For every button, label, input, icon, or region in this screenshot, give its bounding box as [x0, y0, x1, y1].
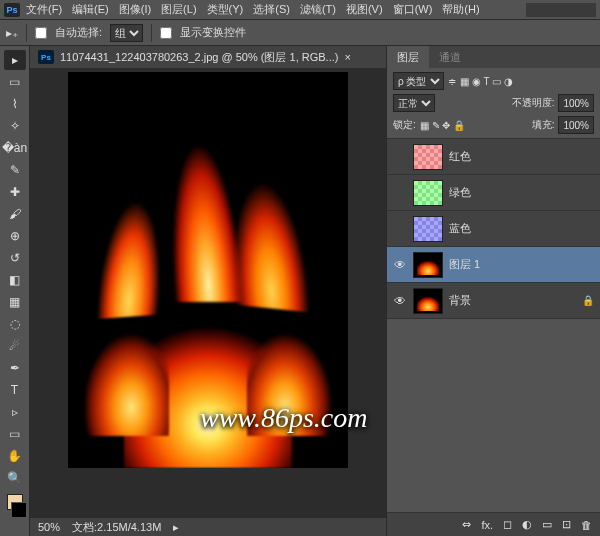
menu-edit[interactable]: 编辑(E): [68, 0, 113, 19]
crop-tool[interactable]: �àn: [4, 138, 26, 158]
layer-thumbnail[interactable]: [413, 144, 443, 170]
auto-select-dropdown[interactable]: 组: [110, 24, 143, 42]
menu-help[interactable]: 帮助(H): [438, 0, 483, 19]
layers-panel-footer: ⇔ fx. ◻ ◐ ▭ ⊡ 🗑: [387, 512, 600, 536]
move-tool[interactable]: ▸: [4, 50, 26, 70]
history-brush-tool[interactable]: ↺: [4, 248, 26, 268]
link-layers-icon[interactable]: ⇔: [462, 518, 471, 531]
layer-name: 背景: [449, 293, 471, 308]
document-area: Ps 11074431_122403780263_2.jpg @ 50% (图层…: [30, 46, 386, 536]
menu-select[interactable]: 选择(S): [249, 0, 294, 19]
magic-wand-tool[interactable]: ✧: [4, 116, 26, 136]
layer-thumbnail[interactable]: [413, 180, 443, 206]
clone-stamp-tool[interactable]: ⊕: [4, 226, 26, 246]
layer-row[interactable]: 👁图层 1: [387, 247, 600, 283]
eraser-tool[interactable]: ◧: [4, 270, 26, 290]
show-transform-checkbox[interactable]: [160, 27, 172, 39]
show-transform-label: 显示变换控件: [180, 25, 246, 40]
layer-options: ρ 类型 ≑ ▦ ◉ T ▭ ◑ 正常 不透明度: 100% 锁定: ▦ ✎ ✥…: [387, 68, 600, 139]
layer-group-icon[interactable]: ▭: [542, 518, 552, 531]
layer-name: 图层 1: [449, 257, 480, 272]
new-layer-icon[interactable]: ⊡: [562, 518, 571, 531]
main-menu-bar: Ps 文件(F) 编辑(E) 图像(I) 图层(L) 类型(Y) 选择(S) 滤…: [0, 0, 600, 20]
layer-mask-icon[interactable]: ◻: [503, 518, 512, 531]
layers-list: 红色绿色蓝色👁图层 1👁背景🔒: [387, 139, 600, 319]
menu-filter[interactable]: 滤镜(T): [296, 0, 340, 19]
layer-name: 红色: [449, 149, 471, 164]
eyedropper-tool[interactable]: ✎: [4, 160, 26, 180]
canvas[interactable]: [68, 72, 348, 468]
tab-channels[interactable]: 通道: [429, 46, 471, 69]
pen-tool[interactable]: ✒: [4, 358, 26, 378]
menu-view[interactable]: 视图(V): [342, 0, 387, 19]
canvas-viewport[interactable]: [30, 68, 386, 518]
blur-tool[interactable]: ◌: [4, 314, 26, 334]
lock-label: 锁定:: [393, 118, 416, 132]
status-bar: 50% 文档:2.15M/4.13M ▸: [30, 518, 386, 536]
menu-image[interactable]: 图像(I): [115, 0, 155, 19]
options-bar: ▸₊ 自动选择: 组 显示变换控件: [0, 20, 600, 46]
document-tab[interactable]: Ps 11074431_122403780263_2.jpg @ 50% (图层…: [30, 46, 386, 68]
tools-panel: ▸ ▭ ⌇ ✧ �àn ✎ ✚ 🖌 ⊕ ↺ ◧ ▦ ◌ ☄ ✒ T ▹ ▭ ✋ …: [0, 46, 30, 536]
zoom-level[interactable]: 50%: [38, 521, 60, 533]
flame-graphic: [96, 157, 169, 319]
layer-row[interactable]: 蓝色: [387, 211, 600, 247]
layer-row[interactable]: 红色: [387, 139, 600, 175]
panel-tab-bar: 图层 通道: [387, 46, 600, 68]
lock-icon: 🔒: [582, 295, 594, 306]
opacity-label: 不透明度:: [512, 96, 555, 110]
layer-row[interactable]: 👁背景🔒: [387, 283, 600, 319]
right-panels: 图层 通道 ρ 类型 ≑ ▦ ◉ T ▭ ◑ 正常 不透明度: 100% 锁定:…: [386, 46, 600, 536]
hand-tool[interactable]: ✋: [4, 446, 26, 466]
fill-input[interactable]: 100%: [558, 116, 594, 134]
status-arrow-icon[interactable]: ▸: [173, 521, 179, 534]
layer-thumbnail[interactable]: [413, 252, 443, 278]
delete-layer-icon[interactable]: 🗑: [581, 519, 592, 531]
marquee-tool[interactable]: ▭: [4, 72, 26, 92]
close-icon[interactable]: ×: [344, 51, 350, 63]
type-tool[interactable]: T: [4, 380, 26, 400]
filter-icons[interactable]: ▦ ◉ T ▭ ◑: [460, 76, 513, 87]
dodge-tool[interactable]: ☄: [4, 336, 26, 356]
menu-layer[interactable]: 图层(L): [157, 0, 200, 19]
layer-thumbnail[interactable]: [413, 216, 443, 242]
menu-window[interactable]: 窗口(W): [389, 0, 437, 19]
visibility-toggle-icon[interactable]: 👁: [393, 294, 407, 308]
layer-row[interactable]: 绿色: [387, 175, 600, 211]
separator: [26, 24, 27, 42]
move-tool-icon: ▸₊: [6, 26, 18, 40]
doc-size-info: 文档:2.15M/4.13M: [72, 520, 161, 535]
title-blur: [526, 3, 596, 17]
layer-name: 蓝色: [449, 221, 471, 236]
adjustment-layer-icon[interactable]: ◐: [522, 518, 532, 531]
menu-file[interactable]: 文件(F): [22, 0, 66, 19]
auto-select-label: 自动选择:: [55, 25, 102, 40]
layer-thumbnail[interactable]: [413, 288, 443, 314]
flame-graphic: [224, 132, 310, 313]
gradient-tool[interactable]: ▦: [4, 292, 26, 312]
path-select-tool[interactable]: ▹: [4, 402, 26, 422]
separator: [151, 24, 152, 42]
blend-mode-dropdown[interactable]: 正常: [393, 94, 435, 112]
fill-label: 填充:: [532, 118, 555, 132]
zoom-tool[interactable]: 🔍: [4, 468, 26, 488]
doc-type-icon: Ps: [38, 50, 54, 64]
app-logo: Ps: [4, 3, 20, 17]
menu-type[interactable]: 类型(Y): [203, 0, 248, 19]
brush-tool[interactable]: 🖌: [4, 204, 26, 224]
tab-layers[interactable]: 图层: [387, 46, 429, 69]
background-color-swatch[interactable]: [11, 502, 27, 518]
visibility-toggle-icon[interactable]: 👁: [393, 258, 407, 272]
lock-icons[interactable]: ▦ ✎ ✥ 🔒: [420, 120, 465, 131]
layer-filter-dropdown[interactable]: ρ 类型: [393, 72, 444, 90]
document-title: 11074431_122403780263_2.jpg @ 50% (图层 1,…: [60, 50, 338, 65]
healing-brush-tool[interactable]: ✚: [4, 182, 26, 202]
auto-select-checkbox[interactable]: [35, 27, 47, 39]
lasso-tool[interactable]: ⌇: [4, 94, 26, 114]
shape-tool[interactable]: ▭: [4, 424, 26, 444]
layer-fx-icon[interactable]: fx.: [481, 519, 493, 531]
opacity-input[interactable]: 100%: [558, 94, 594, 112]
flame-graphic: [247, 294, 331, 437]
layer-name: 绿色: [449, 185, 471, 200]
